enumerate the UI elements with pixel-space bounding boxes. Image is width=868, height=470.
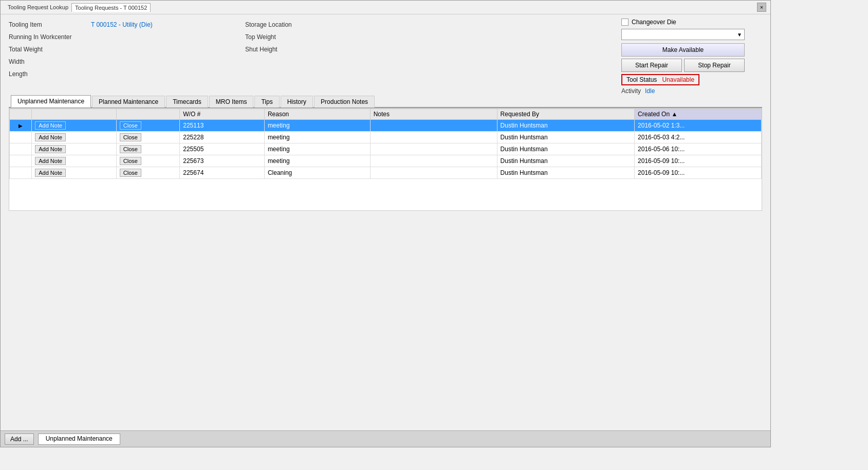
add-note-button[interactable]: Add Note	[35, 133, 66, 141]
tab-timecards[interactable]: Timecards	[166, 96, 208, 107]
storage-location-label: Storage Location	[245, 20, 338, 30]
row-indicator-cell	[10, 167, 32, 179]
reason-cell: Cleaning	[264, 167, 370, 179]
shut-height-label: Shut Height	[245, 44, 338, 55]
close-button-row[interactable]: Close	[120, 169, 141, 177]
requested-by-cell: Dustin Huntsman	[497, 143, 634, 155]
add-note-button[interactable]: Add Note	[35, 121, 66, 130]
changeover-die-label: Changeover Die	[632, 19, 676, 26]
close-button-row[interactable]: Close	[120, 157, 141, 165]
col-indicator	[10, 109, 32, 120]
tab-tips[interactable]: Tips	[254, 96, 279, 107]
col-close	[116, 109, 179, 120]
add-note-button[interactable]: Add Note	[35, 145, 66, 153]
stop-repair-button[interactable]: Stop Repair	[684, 59, 745, 72]
add-note-cell: Add Note	[32, 132, 117, 143]
add-button[interactable]: Add ...	[5, 433, 34, 445]
running-in-workcenter-label: Running In Workcenter	[9, 32, 91, 42]
table-row[interactable]: Add Note Close 225674 Cleaning Dustin Hu…	[10, 167, 762, 179]
tab-planned-maintenance[interactable]: Planned Maintenance	[92, 96, 165, 107]
tooling-item-value: T 000152 - Utility (Die)	[91, 20, 245, 30]
col-add-note	[32, 109, 117, 120]
notes-cell	[370, 143, 497, 155]
width-value	[91, 57, 245, 67]
table-row[interactable]: Add Note Close 225228 meeting Dustin Hun…	[10, 132, 762, 143]
add-note-cell: Add Note	[32, 143, 117, 155]
close-button[interactable]: ×	[757, 3, 766, 12]
wo-cell: 225228	[180, 132, 265, 143]
close-button-row[interactable]: Close	[120, 145, 141, 153]
bottom-bar: Add ... Unplanned Maintenance	[1, 430, 770, 447]
tabs-section: Unplanned Maintenance Planned Maintenanc…	[9, 95, 762, 211]
notes-cell	[370, 167, 497, 179]
top-weight-label: Top Weight	[245, 32, 338, 42]
table-container: W/O # Reason Notes Requested By Created …	[9, 108, 762, 211]
col-created-on: Created On ▲	[635, 109, 762, 120]
start-repair-button[interactable]: Start Repair	[621, 59, 682, 72]
close-button-row[interactable]: Close	[120, 121, 141, 130]
row-indicator-cell	[10, 155, 32, 167]
reason-cell: meeting	[264, 132, 370, 143]
tool-status-row: Tool Status Unavailable	[621, 74, 755, 85]
table-row[interactable]: Add Note Close 225505 meeting Dustin Hun…	[10, 143, 762, 155]
changeover-row: Changeover Die	[621, 19, 755, 26]
add-note-cell: Add Note	[32, 155, 117, 167]
requested-by-cell: Dustin Huntsman	[497, 155, 634, 167]
created-on-cell: 2016-05-03 4:2...	[635, 132, 762, 143]
width-label: Width	[9, 57, 91, 67]
tool-status-value: Unavailable	[662, 76, 694, 83]
created-on-cell: 2016-05-06 10:...	[635, 143, 762, 155]
row-indicator-cell	[10, 143, 32, 155]
created-on-cell: 2016-05-09 10:...	[635, 155, 762, 167]
title-active[interactable]: Tooling Requests - T 000152	[71, 3, 151, 12]
col-reason: Reason	[264, 109, 370, 120]
close-cell: Close	[116, 132, 179, 143]
add-note-cell: Add Note	[32, 120, 117, 132]
reason-cell: meeting	[264, 120, 370, 132]
right-panel: Changeover Die ▼ Make Available Start Re…	[621, 19, 755, 95]
table-row[interactable]: Add Note Close 225673 meeting Dustin Hun…	[10, 155, 762, 167]
tab-history[interactable]: History	[281, 96, 313, 107]
wo-cell: 225505	[180, 143, 265, 155]
repair-buttons-row: Start Repair Stop Repair	[621, 59, 755, 72]
close-button-row[interactable]: Close	[120, 133, 141, 141]
storage-dropdown[interactable]: ▼	[621, 29, 745, 40]
main-window: Tooling Request Lookup Tooling Requests …	[0, 0, 771, 447]
activity-value: Idle	[645, 87, 655, 95]
notes-cell	[370, 155, 497, 167]
requested-by-cell: Dustin Huntsman	[497, 120, 634, 132]
table-row[interactable]: ▶ Add Note Close 225113 meeting Dustin H…	[10, 120, 762, 132]
tabs-row: Unplanned Maintenance Planned Maintenanc…	[9, 95, 762, 108]
total-weight-label: Total Weight	[9, 44, 91, 55]
row-indicator-cell	[10, 132, 32, 143]
shut-height-value	[338, 44, 492, 55]
requested-by-cell: Dustin Huntsman	[497, 132, 634, 143]
tool-status-box: Tool Status Unavailable	[621, 74, 699, 85]
row-indicator-cell: ▶	[10, 120, 32, 132]
add-note-button[interactable]: Add Note	[35, 169, 66, 177]
tab-unplanned-maintenance[interactable]: Unplanned Maintenance	[11, 95, 91, 107]
created-on-cell: 2016-05-02 1:3...	[635, 120, 762, 132]
notes-cell	[370, 120, 497, 132]
add-note-cell: Add Note	[32, 167, 117, 179]
title-bar: Tooling Request Lookup Tooling Requests …	[1, 1, 770, 14]
title-bar-left: Tooling Request Lookup Tooling Requests …	[5, 3, 151, 12]
make-available-button[interactable]: Make Available	[621, 43, 745, 57]
dropdown-arrow-icon: ▼	[737, 32, 742, 38]
changeover-die-checkbox[interactable]	[621, 19, 629, 26]
reason-cell: meeting	[264, 155, 370, 167]
col-requested-by: Requested By	[497, 109, 634, 120]
close-cell: Close	[116, 155, 179, 167]
total-weight-value	[91, 44, 245, 55]
tool-status-label: Tool Status	[626, 76, 657, 83]
notes-cell	[370, 132, 497, 143]
tab-production-notes[interactable]: Production Notes	[314, 96, 375, 107]
top-weight-value	[338, 32, 492, 42]
tooling-item-label: Tooling Item	[9, 20, 91, 30]
tab-mro-items[interactable]: MRO Items	[209, 96, 254, 107]
col-notes: Notes	[370, 109, 497, 120]
add-note-button[interactable]: Add Note	[35, 157, 66, 165]
maintenance-table: W/O # Reason Notes Requested By Created …	[9, 109, 762, 179]
bottom-tab-unplanned[interactable]: Unplanned Maintenance	[38, 433, 120, 445]
running-in-workcenter-value	[91, 32, 245, 42]
